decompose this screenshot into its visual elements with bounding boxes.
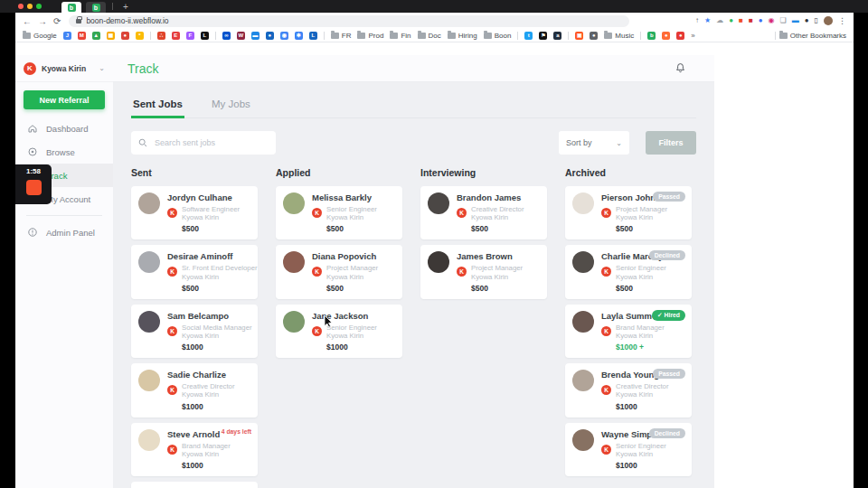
sort-by-dropdown[interactable]: Sort by ⌄ bbox=[559, 131, 629, 155]
bookmark-item[interactable]: Fin bbox=[390, 32, 410, 40]
search-input[interactable] bbox=[153, 137, 261, 148]
bookmark-item[interactable]: Prod bbox=[357, 32, 383, 40]
job-card[interactable]: Passed Brenda Young K Cr bbox=[565, 363, 692, 417]
job-card[interactable]: Sadie Charlize K Creative Director Kyowa… bbox=[131, 363, 258, 417]
job-card[interactable]: Sam Belcampo K Social Media Manager Kyow… bbox=[131, 305, 258, 358]
bookmark-favicon: t bbox=[524, 32, 533, 40]
job-card[interactable]: Brandon James K Creative Director Kyowa … bbox=[420, 186, 547, 239]
bookmark-item[interactable]: Google bbox=[23, 32, 57, 40]
red-extension-icon[interactable]: ■ bbox=[739, 17, 743, 24]
bookmark-item[interactable]: L bbox=[309, 32, 317, 40]
referral-bonus: $500 bbox=[182, 284, 250, 293]
back-button[interactable]: ← bbox=[23, 16, 32, 26]
org-switcher[interactable]: K Kyowa Kirin ⌄ bbox=[15, 55, 113, 82]
bookmark-item[interactable]: F bbox=[186, 32, 194, 40]
bookmark-item[interactable]: a bbox=[553, 32, 561, 40]
job-card[interactable]: Jane Jackson K Senior Engineer Kyowa Kir… bbox=[276, 305, 402, 358]
blue-bar-extension-icon[interactable]: ▬ bbox=[792, 17, 799, 24]
job-card[interactable]: 2 days left Charlie Theron K bbox=[131, 482, 258, 488]
bookmark-item[interactable]: L bbox=[201, 32, 209, 40]
job-card[interactable]: Melissa Barkly K Senior Engineer Kyowa K… bbox=[276, 186, 402, 239]
bookmark-item[interactable]: ● bbox=[121, 32, 129, 40]
other-bookmarks[interactable]: Other Bookmarks bbox=[779, 32, 846, 40]
bookmark-item[interactable]: ● bbox=[676, 32, 684, 40]
job-card[interactable]: Declined Charlie Marony K bbox=[565, 245, 692, 298]
bookmark-item[interactable]: FR bbox=[331, 32, 352, 40]
bookmark-item[interactable]: ● bbox=[590, 32, 598, 40]
job-card[interactable]: ✓ Hired Layla Summers K bbox=[565, 305, 692, 358]
job-card[interactable]: Jordyn Culhane K Software Engineer Kyowa… bbox=[131, 186, 258, 239]
bookmark-item[interactable]: W bbox=[237, 32, 245, 40]
filters-button[interactable]: Filters bbox=[646, 131, 696, 155]
bookmark-item[interactable]: t bbox=[524, 32, 533, 40]
tab-sent-jobs[interactable]: Sent Jobs bbox=[131, 91, 184, 118]
bookmark-item[interactable]: ● bbox=[266, 32, 274, 40]
forward-button[interactable]: → bbox=[38, 16, 47, 26]
job-role: Senior Engineer bbox=[616, 442, 666, 450]
pin-extension-icon[interactable]: ● bbox=[805, 17, 809, 24]
bookmark-item[interactable]: M bbox=[78, 32, 86, 40]
job-card[interactable]: Desirae Aminoff K Sr. Front End Develope… bbox=[131, 245, 258, 298]
cloud-extension-icon[interactable]: ☁ bbox=[716, 17, 723, 24]
company-logo-icon: K bbox=[167, 445, 177, 455]
stop-recording-button[interactable] bbox=[26, 180, 42, 195]
green-extension-icon[interactable]: ● bbox=[729, 17, 733, 24]
bookmark-item[interactable]: ⚑ bbox=[539, 32, 547, 40]
sidebar-item-dashboard[interactable]: Dashboard bbox=[15, 117, 113, 140]
company-name: Kyowa Kirin bbox=[616, 390, 669, 399]
new-referral-button[interactable]: New Referral bbox=[24, 90, 105, 109]
job-card[interactable]: Passed Pierson Johnson K bbox=[565, 186, 692, 239]
windows-extension-icon[interactable]: ❏ bbox=[780, 17, 787, 24]
bookmark-item[interactable]: ▬ bbox=[251, 32, 259, 40]
job-card[interactable]: Declined Wayne Simpson K bbox=[565, 423, 692, 476]
zoom-window-button[interactable] bbox=[36, 4, 42, 9]
bookmark-favicon: W bbox=[237, 32, 245, 40]
search-box[interactable] bbox=[131, 131, 276, 155]
bookmark-item[interactable]: ▦ bbox=[107, 32, 115, 40]
job-card[interactable]: Diana Popovich K Project Manager Kyowa K… bbox=[276, 245, 402, 298]
bookmark-item[interactable]: ▲ bbox=[92, 32, 100, 40]
bookmark-item[interactable]: ● bbox=[662, 32, 670, 40]
bookmark-item[interactable]: * bbox=[136, 32, 144, 40]
notifications-bell-icon[interactable] bbox=[675, 61, 685, 77]
close-window-button[interactable] bbox=[18, 4, 24, 9]
browser-profile-avatar[interactable] bbox=[824, 16, 833, 25]
bookmark-item[interactable]: ▣ bbox=[575, 32, 583, 40]
panel-icon[interactable]: ▯ bbox=[815, 17, 818, 24]
bookmark-item[interactable]: Boon bbox=[484, 32, 512, 40]
job-card[interactable]: James Brown K Project Manager Kyowa Kiri… bbox=[420, 245, 547, 298]
bookmark-item[interactable]: J bbox=[63, 32, 71, 40]
adobe-extension-icon[interactable]: ■ bbox=[749, 17, 753, 24]
candidate-avatar bbox=[138, 311, 160, 333]
bookmark-item[interactable]: ✱ bbox=[295, 32, 303, 40]
browser-window: ← → ⟳ boon-demo-ii.webflow.io ↑★☁●■■●◉❏▬… bbox=[15, 13, 854, 488]
bookmark-item[interactable]: b bbox=[647, 32, 656, 40]
bookmark-item[interactable]: Music bbox=[604, 32, 634, 40]
browser-tab-active[interactable]: b bbox=[61, 2, 81, 13]
minimize-window-button[interactable] bbox=[27, 4, 33, 9]
job-role: Creative Director bbox=[182, 382, 235, 390]
share-icon[interactable]: ↑ bbox=[695, 17, 699, 24]
bookmark-item[interactable]: ∴ bbox=[157, 32, 165, 40]
bookmarks-overflow-icon[interactable]: » bbox=[691, 32, 694, 40]
bookmark-item[interactable]: ◉ bbox=[280, 32, 288, 40]
browser-tab[interactable]: b bbox=[86, 2, 106, 13]
bookmark-item[interactable]: Hiring bbox=[448, 32, 477, 40]
candidate-avatar bbox=[138, 251, 160, 273]
blue-extension-icon[interactable]: ● bbox=[759, 17, 763, 24]
bookmark-item[interactable]: Doc bbox=[418, 32, 441, 40]
sidebar-item-admin-panel[interactable]: Admin Panel bbox=[15, 221, 113, 244]
bookmark-item[interactable]: E bbox=[172, 32, 180, 40]
reload-button[interactable]: ⟳ bbox=[53, 16, 61, 26]
omnibox[interactable]: boon-demo-ii.webflow.io bbox=[69, 15, 629, 27]
new-tab-button[interactable]: + bbox=[123, 2, 128, 12]
bookmark-star-icon[interactable]: ★ bbox=[704, 17, 711, 24]
sidebar-item-browse[interactable]: Browse bbox=[15, 140, 113, 164]
job-tabs: Sent Jobs My Jobs bbox=[131, 91, 696, 118]
browser-menu-icon[interactable]: ⋮ bbox=[838, 16, 846, 25]
company-name: Kyowa Kirin bbox=[182, 213, 240, 221]
camera-extension-icon[interactable]: ◉ bbox=[769, 17, 775, 24]
job-card[interactable]: 4 days left Steve Arnold K bbox=[131, 423, 258, 476]
tab-my-jobs[interactable]: My Jobs bbox=[210, 91, 252, 117]
bookmark-item[interactable]: ∞ bbox=[222, 32, 231, 40]
